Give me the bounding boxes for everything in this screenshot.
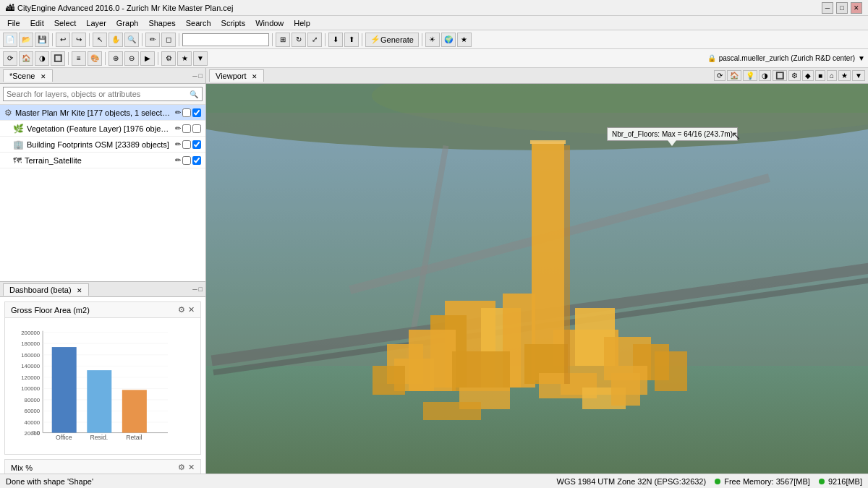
menu-edit[interactable]: Edit	[26, 18, 48, 28]
undo-btn[interactable]: ↩	[56, 33, 70, 47]
layer-vis-master[interactable]	[182, 108, 191, 117]
redo-btn[interactable]: ↪	[72, 33, 86, 47]
view-btn3[interactable]: ◑	[35, 51, 49, 66]
vp-dropdown-btn[interactable]: ▼	[852, 70, 865, 81]
maximize-button[interactable]: □	[836, 2, 848, 14]
crs-info: WGS 1984 UTM Zone 32N (EPSG:32632)	[557, 477, 707, 486]
layer-icon-master: ⚙	[4, 108, 12, 118]
pan-btn[interactable]: ✋	[109, 33, 123, 47]
misc-btn2[interactable]: ⊖	[124, 51, 139, 66]
layer-btn[interactable]: ≡	[72, 51, 86, 66]
misc-btn6[interactable]: ▼	[193, 51, 208, 66]
bar-chart-settings[interactable]: ⚙	[178, 305, 185, 314]
minimize-panel-btn[interactable]: ─	[192, 72, 197, 80]
export-btn[interactable]: ⬆	[344, 33, 359, 47]
status-message: Done with shape 'Shape'	[6, 477, 93, 486]
menu-shapes[interactable]: Shapes	[144, 18, 179, 28]
donut-chart-panel: Mix % ⚙ ✕	[4, 459, 201, 474]
vp-box-btn[interactable]: 🔲	[773, 70, 787, 81]
left-panel: *Scene ✕ ─ □ 🔍 ⚙ Master Plan Mr Kite [17…	[0, 68, 206, 474]
dash-minimize-btn[interactable]: ─	[192, 286, 197, 293]
align-btn[interactable]: ⊞	[276, 33, 290, 47]
svg-rect-40	[452, 351, 510, 391]
search-input[interactable]	[3, 87, 203, 101]
scene-tab-bar: *Scene ✕ ─ □	[0, 68, 205, 84]
scene-tab[interactable]: *Scene ✕	[3, 69, 53, 82]
shape-btn[interactable]: ◻	[161, 33, 176, 47]
zoom-btn[interactable]: 🔍	[124, 33, 139, 47]
btn-extra2[interactable]: 🌍	[441, 33, 456, 47]
bar-chart-close[interactable]: ✕	[188, 305, 195, 314]
total-memory-dot	[819, 479, 825, 484]
donut-chart-close[interactable]: ✕	[188, 463, 195, 472]
menu-bar: File Edit Select Layer Graph Shapes Sear…	[0, 16, 868, 30]
generate-btn[interactable]: ⚡ Generate	[365, 33, 419, 47]
vp-square-btn[interactable]: ■	[815, 70, 825, 81]
menu-graph[interactable]: Graph	[112, 18, 143, 28]
vp-rotate-btn[interactable]: ⟳	[714, 70, 726, 81]
layer-vis-terrain[interactable]	[182, 156, 191, 165]
draw-btn[interactable]: ✏	[145, 33, 160, 47]
vp-star-btn[interactable]: ★	[838, 70, 851, 81]
rotate-btn[interactable]: ↻	[292, 33, 306, 47]
select-btn[interactable]: ↖	[93, 33, 107, 47]
maximize-panel-btn[interactable]: □	[199, 72, 203, 80]
dash-maximize-btn[interactable]: □	[199, 286, 203, 293]
viewport-canvas[interactable]: Nbr_of_Floors: Max = 64/16 (243.7m) ↖	[206, 84, 868, 474]
layer-sel-terrain[interactable]	[192, 156, 201, 165]
vp-settings-btn[interactable]: ⚙	[788, 70, 801, 81]
view-btn4[interactable]: 🔲	[51, 51, 65, 66]
cursor-indicator: ↖	[731, 129, 741, 142]
svg-text:0.0: 0.0	[32, 429, 40, 436]
vp-diamond-btn[interactable]: ◆	[802, 70, 814, 81]
layer-item-vegetation[interactable]: 🌿 Vegetation (Feature Layer) [1976 objec…	[0, 121, 205, 137]
save-btn[interactable]: 💾	[35, 33, 49, 47]
vp-render-btn[interactable]: ◑	[759, 70, 771, 81]
layer-item-terrain[interactable]: 🗺 Terrain_Satellite ✏	[0, 153, 205, 168]
dashboard-tab-close[interactable]: ✕	[77, 287, 82, 294]
scale-btn[interactable]: ⤢	[307, 33, 322, 47]
view-btn2[interactable]: 🏠	[19, 51, 33, 66]
layer-icon-fp: 🏢	[13, 140, 24, 150]
layer-vis-veg[interactable]	[182, 124, 191, 133]
layer-item-master-plan[interactable]: ⚙ Master Plan Mr Kite [177 objects, 1 se…	[0, 105, 205, 121]
svg-text:120000: 120000	[21, 374, 41, 381]
import-btn[interactable]: ⬇	[328, 33, 343, 47]
vp-house-btn[interactable]: ⌂	[827, 70, 837, 81]
menu-select[interactable]: Select	[50, 18, 81, 28]
minimize-button[interactable]: ─	[822, 2, 833, 14]
menu-window[interactable]: Window	[251, 18, 288, 28]
viewport-tab[interactable]: Viewport ✕	[209, 69, 264, 82]
new-btn[interactable]: 📄	[3, 33, 17, 47]
viewport-tab-close[interactable]: ✕	[252, 73, 258, 80]
misc-btn5[interactable]: ★	[177, 51, 192, 66]
misc-btn4[interactable]: ⚙	[161, 51, 176, 66]
user-dropdown[interactable]: ▼	[858, 54, 865, 62]
layer-sel-veg[interactable]	[192, 124, 201, 133]
btn-extra3[interactable]: ★	[457, 33, 472, 47]
layer-sel-master[interactable]	[192, 108, 201, 117]
menu-search[interactable]: Search	[182, 18, 216, 28]
menu-file[interactable]: File	[3, 18, 25, 28]
menu-help[interactable]: Help	[289, 18, 315, 28]
render-btn[interactable]: 🎨	[88, 51, 102, 66]
menu-scripts[interactable]: Scripts	[217, 18, 250, 28]
viewport-nav-buttons: ⟳ 🏠 💡 ◑ 🔲 ⚙ ◆ ■ ⌂ ★ ▼	[714, 70, 865, 81]
title-bar-controls[interactable]: ─ □ ✕	[822, 2, 862, 14]
misc-btn1[interactable]: ⊕	[109, 51, 123, 66]
open-btn[interactable]: 📂	[19, 33, 33, 47]
misc-btn3[interactable]: ▶	[140, 51, 155, 66]
scene-tab-close[interactable]: ✕	[41, 73, 46, 80]
menu-layer[interactable]: Layer	[82, 18, 111, 28]
vp-home-btn[interactable]: 🏠	[727, 70, 741, 81]
coord-input[interactable]: 1,100,5054,500044	[182, 33, 269, 46]
vp-light-btn[interactable]: 💡	[743, 70, 757, 81]
layer-item-footprints[interactable]: 🏢 Building Footprints OSM [23389 objects…	[0, 137, 205, 153]
layer-sel-fp[interactable]	[192, 140, 201, 149]
donut-chart-settings[interactable]: ⚙	[178, 463, 185, 472]
dashboard-tab[interactable]: Dashboard (beta) ✕	[3, 283, 89, 296]
btn-extra1[interactable]: ☀	[425, 33, 440, 47]
layer-vis-fp[interactable]	[182, 140, 191, 149]
view-btn1[interactable]: ⟳	[3, 51, 17, 66]
close-button[interactable]: ✕	[851, 2, 862, 14]
